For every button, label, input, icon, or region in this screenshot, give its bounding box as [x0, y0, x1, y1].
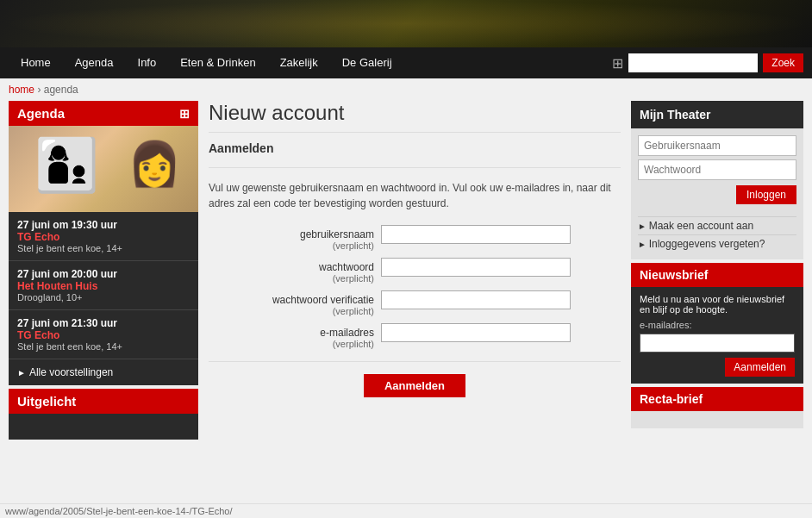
nav-zakelijk[interactable]: Zakelijk [268, 47, 330, 78]
event-date-1: 27 juni om 19:30 uur [17, 219, 190, 231]
mijn-theater-body: Inloggen [631, 128, 803, 211]
inloggen-button[interactable]: Inloggen [736, 185, 796, 204]
field-username-field [381, 225, 571, 244]
uitgelicht-title: Uitgelicht [9, 389, 198, 414]
center-content: Nieuw account Aanmelden Vul uw gewenste … [209, 101, 621, 440]
nav-eten[interactable]: Eten & Drinken [168, 47, 267, 78]
breadcrumb: home › agenda [0, 78, 812, 101]
field-password-row: wachtwoord (verplicht) [209, 258, 621, 284]
form-description: Vul uw gewenste gebruikersnaam en wachtw… [209, 180, 621, 211]
mijn-theater-title: Mijn Theater [631, 101, 803, 128]
agenda-title-text: Agenda [17, 106, 65, 121]
field-username-label: gebruikersnaam (verplicht) [209, 225, 381, 251]
username-input[interactable] [381, 225, 571, 244]
nieuwsbrief-box: Nieuwsbrief Meld u nu aan voor de nieuws… [631, 263, 803, 384]
sidebar-grid-icon[interactable]: ⊞ [179, 107, 190, 121]
form-divider-bottom [209, 361, 621, 362]
mijn-theater-box: Mijn Theater Inloggen Maak een account a… [631, 101, 803, 259]
field-email-required: (verplicht) [209, 339, 374, 349]
nieuwsbrief-aanmelden-button[interactable]: Aanmelden [725, 358, 795, 377]
field-password-required: (verplicht) [209, 273, 374, 284]
field-password-verify-field [381, 290, 571, 309]
field-password-label: wachtwoord (verplicht) [209, 258, 381, 284]
event-date-2: 27 juni om 20:00 uur [17, 268, 190, 280]
agenda-item-2: 27 juni om 20:00 uur Het Houten Huis Dro… [9, 261, 198, 310]
make-account-link[interactable]: Maak een account aan [638, 216, 796, 234]
nieuwsbrief-title: Nieuwsbrief [631, 263, 803, 287]
mijn-password-input[interactable] [638, 159, 796, 180]
field-email-field [381, 323, 571, 342]
event-title-2[interactable]: Het Houten Huis [17, 280, 190, 292]
breadcrumb-current: agenda [44, 84, 78, 96]
breadcrumb-separator: › [37, 84, 43, 96]
email-input[interactable] [381, 323, 571, 342]
agenda-sidebar-title: Agenda ⊞ [9, 101, 198, 126]
nav-home[interactable]: Home [9, 47, 63, 78]
field-email-row: e-mailadres (verplicht) [209, 323, 621, 349]
forgot-credentials-link[interactable]: Inloggegevens vergeten? [638, 234, 796, 253]
field-password-verify-row: wachtwoord verificatie (verplicht) [209, 290, 621, 316]
recta-body [631, 411, 803, 428]
nieuwsbrief-description: Meld u nu aan voor de nieuwsbrief en bli… [640, 294, 784, 315]
agenda-items: 27 juni om 19:30 uur TG Echo Stel je ben… [9, 212, 198, 385]
password-input[interactable] [381, 258, 571, 277]
nav-galerij[interactable]: De Galerij [330, 47, 404, 78]
event-desc-2: Droogland, 10+ [17, 292, 190, 303]
nieuwsbrief-email-input[interactable] [640, 334, 795, 353]
password-verify-input[interactable] [381, 290, 571, 309]
field-password-verify-required: (verplicht) [209, 306, 374, 316]
uitgelicht-content [9, 414, 198, 440]
mijn-username-input[interactable] [638, 135, 796, 156]
agenda-image [9, 126, 198, 212]
field-username-row: gebruikersnaam (verplicht) [209, 225, 621, 251]
nieuwsbrief-email-label: e-mailadres: [640, 320, 795, 330]
event-desc-3: Stel je bent een koe, 14+ [17, 341, 190, 352]
aanmelden-button[interactable]: Aanmelden [364, 374, 465, 397]
nav-agenda[interactable]: Agenda [63, 47, 126, 78]
right-sidebar: Mijn Theater Inloggen Maak een account a… [631, 101, 803, 440]
event-title-1[interactable]: TG Echo [17, 231, 190, 243]
field-password-field [381, 258, 571, 277]
main-layout: Agenda ⊞ 27 juni om 19:30 uur TG Echo St… [0, 101, 812, 440]
grid-icon[interactable]: ⊞ [612, 55, 623, 72]
search-input[interactable] [628, 53, 758, 72]
event-title-3[interactable]: TG Echo [17, 329, 190, 341]
event-date-3: 27 juni om 21:30 uur [17, 317, 190, 329]
form-section-title: Aanmelden [209, 141, 621, 155]
breadcrumb-home[interactable]: home [9, 84, 34, 96]
left-sidebar: Agenda ⊞ 27 juni om 19:30 uur TG Echo St… [9, 101, 198, 440]
field-username-required: (verplicht) [209, 240, 374, 251]
event-desc-1: Stel je bent een koe, 14+ [17, 243, 190, 253]
page-title: Nieuw account [209, 101, 621, 133]
main-nav: Home Agenda Info Eten & Drinken Zakelijk… [0, 47, 812, 78]
mijn-theater-links: Maak een account aan Inloggegevens verge… [631, 211, 803, 259]
recta-title: Recta-brief [631, 387, 803, 411]
submit-row: Aanmelden [209, 374, 621, 397]
all-shows-link[interactable]: Alle voorstellingen [9, 359, 198, 385]
recta-box: Recta-brief [631, 387, 803, 428]
nieuwsbrief-body: Meld u nu aan voor de nieuwsbrief en bli… [631, 287, 803, 384]
field-email-label: e-mailadres (verplicht) [209, 323, 381, 349]
field-password-verify-label: wachtwoord verificatie (verplicht) [209, 290, 381, 316]
nav-right: ⊞ Zoek [612, 53, 803, 72]
search-button[interactable]: Zoek [763, 53, 803, 72]
header-banner [0, 0, 812, 47]
nav-info[interactable]: Info [126, 47, 169, 78]
form-divider-top [209, 167, 621, 168]
agenda-item-3: 27 juni om 21:30 uur TG Echo Stel je ben… [9, 310, 198, 359]
agenda-item-1: 27 juni om 19:30 uur TG Echo Stel je ben… [9, 212, 198, 261]
